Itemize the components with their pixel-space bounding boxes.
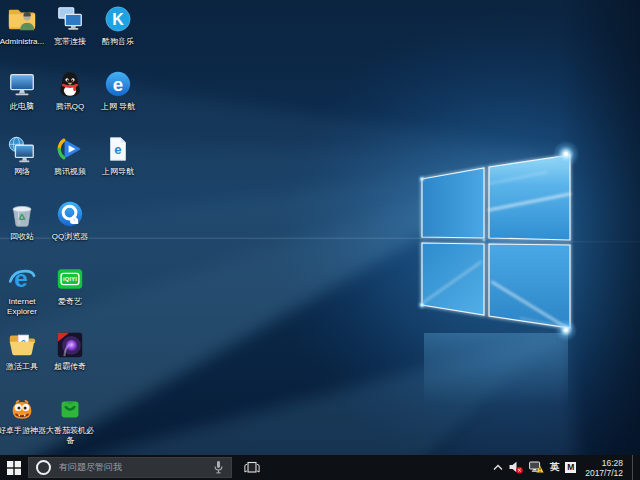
- ime-badge[interactable]: M: [565, 462, 576, 473]
- this-pc-icon: [7, 69, 37, 99]
- svg-text:K: K: [112, 11, 124, 28]
- task-view-icon: [244, 461, 260, 474]
- windows-logo-icon: [7, 461, 21, 475]
- tencent-video-icon: [55, 134, 85, 164]
- desktop: Administra... 宽带连接 K 酷狗音乐 此电脑: [0, 0, 640, 455]
- network-icon: [7, 134, 37, 164]
- clock[interactable]: 16:28 2017/7/12: [582, 458, 626, 478]
- icon-label: 腾讯QQ: [56, 102, 84, 112]
- icon-label: Internet Explorer: [7, 297, 37, 317]
- start-button[interactable]: [0, 455, 27, 480]
- task-view-button[interactable]: [238, 455, 266, 480]
- desktop-icon-chaoba-legend[interactable]: 超霸传奇: [42, 329, 98, 372]
- search-placeholder: 有问题尽管问我: [59, 461, 213, 474]
- desktop-icon-iqiyi[interactable]: iQIYI 爱奇艺: [42, 264, 98, 307]
- icon-label: Administra...: [0, 37, 44, 47]
- icon-label: 大番茄装机必 备: [46, 426, 94, 446]
- icon-label: 宽带连接: [54, 37, 86, 47]
- desktop-icon-nav-circle[interactable]: e 上网 导航: [90, 69, 146, 112]
- icon-label: 好卓手游神器: [0, 426, 46, 436]
- icon-label: QQ浏览器: [52, 232, 88, 242]
- internet-e-document-icon: e: [103, 134, 133, 164]
- show-desktop-button[interactable]: [632, 455, 637, 480]
- internet-e-circle-icon: e: [103, 69, 133, 99]
- svg-text:iQIYI: iQIYI: [63, 276, 77, 282]
- icon-label: 超霸传奇: [54, 362, 86, 372]
- icon-label: 网络: [14, 167, 30, 177]
- internet-explorer-icon: e: [7, 264, 37, 294]
- svg-text:e: e: [14, 265, 28, 292]
- icon-label: 此电脑: [10, 102, 34, 112]
- qq-browser-icon: [55, 199, 85, 229]
- network-button[interactable]: [529, 455, 544, 480]
- microphone-icon[interactable]: [213, 460, 224, 475]
- desktop-icon-datomato[interactable]: 大番茄装机必 备: [42, 393, 98, 446]
- clock-date: 2017/7/12: [585, 468, 623, 478]
- user-folder-icon: [7, 4, 37, 34]
- svg-text:e: e: [113, 74, 123, 95]
- clock-time: 16:28: [602, 458, 623, 468]
- ime-language-indicator[interactable]: 英: [550, 455, 560, 480]
- kugou-music-icon: K: [103, 4, 133, 34]
- icon-label: 上网导航: [102, 167, 134, 177]
- icon-label: 酷狗音乐: [102, 37, 134, 47]
- tray-overflow-button[interactable]: [493, 455, 503, 480]
- desktop-icon-qq-browser[interactable]: QQ浏览器: [42, 199, 98, 242]
- broadband-connection-icon: [55, 4, 85, 34]
- volume-button[interactable]: [509, 455, 523, 480]
- activation-tools-folder-icon: e: [7, 329, 37, 359]
- icon-label: 激活工具: [6, 362, 38, 372]
- recycle-bin-icon: [7, 199, 37, 229]
- icon-label: 上网 导航: [101, 102, 135, 112]
- search-input[interactable]: 有问题尽管问我: [28, 457, 232, 478]
- desktop-icon-nav-doc[interactable]: e 上网导航: [90, 134, 146, 177]
- chaoba-legend-game-icon: [55, 329, 85, 359]
- speaker-muted-icon: [509, 461, 523, 474]
- haozhuo-monster-icon: [7, 393, 37, 423]
- taskbar: 有问题尽管问我: [0, 455, 640, 480]
- icon-label: 腾讯视频: [54, 167, 86, 177]
- datomato-bag-icon: [55, 393, 85, 423]
- cortana-icon: [36, 460, 51, 475]
- system-tray: 英 M 16:28 2017/7/12: [493, 455, 637, 480]
- network-warning-icon: [529, 461, 544, 474]
- chevron-up-icon: [493, 464, 503, 471]
- iqiyi-icon: iQIYI: [55, 264, 85, 294]
- icon-label: 回收站: [10, 232, 34, 242]
- svg-text:e: e: [114, 142, 121, 157]
- desktop-icon-kugou[interactable]: K 酷狗音乐: [90, 4, 146, 47]
- icon-label: 爱奇艺: [58, 297, 82, 307]
- qq-penguin-icon: [55, 69, 85, 99]
